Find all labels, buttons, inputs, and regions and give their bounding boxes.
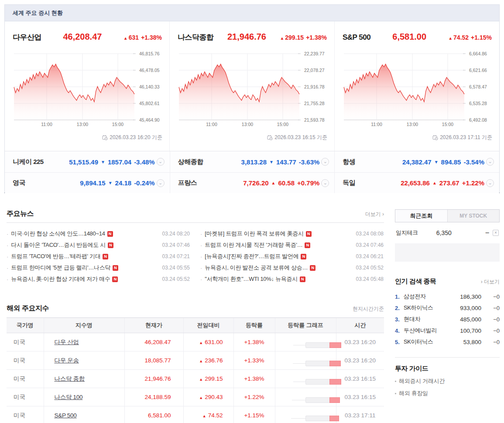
clock-calendar-icon xyxy=(432,135,438,140)
y-axis-tick: 45,464.90 xyxy=(139,117,160,123)
cell-time: 03.23 16:15 xyxy=(336,370,384,388)
news-headline[interactable]: 트럼프 한마디에 '5분 급등 랠리'…나스닥 xyxy=(11,264,110,272)
new-badge-icon: N xyxy=(300,276,305,282)
index-name: 항셍 xyxy=(343,158,355,166)
intraday-chart: 6,664.866,621.666,578.476,535.286,492.08… xyxy=(343,48,497,132)
news-headline[interactable]: [마켓뷰] 트럼프 이란 폭격 보류에 美증시 xyxy=(205,230,303,238)
sidebar-tab-recent[interactable]: 최근조회 xyxy=(395,210,447,222)
chevron-down-icon[interactable]: ⌄ xyxy=(321,158,329,166)
recent-empty-slot xyxy=(395,243,500,262)
news-headline[interactable]: 뉴욕증시, 이란 발전소 공격 보류에 상승… xyxy=(205,264,308,272)
arrow-up-icon: ▲ xyxy=(199,341,203,345)
bullet-icon: · xyxy=(200,276,202,283)
chevron-down-icon[interactable]: ⌄ xyxy=(486,179,494,187)
new-badge-icon: N xyxy=(310,265,315,271)
news-headline[interactable]: "서학개미 환호"…WTI 10%↓ 뉴욕증시 xyxy=(205,275,298,283)
bullet-icon: · xyxy=(7,265,8,271)
stock-name[interactable]: 두산에너빌리 xyxy=(404,327,437,334)
arrow-up-icon: ▲ xyxy=(280,36,284,41)
popular-stock-item: 2. SK하이닉스 933,000 −0 xyxy=(395,302,500,314)
news-headline[interactable]: 트럼프 'TACO'에 반등…'테라팹' 기대 xyxy=(11,252,100,260)
chevron-down-icon[interactable]: ⌄ xyxy=(157,158,165,166)
stock-change: −0 xyxy=(481,316,500,323)
area-chart-svg xyxy=(178,48,301,125)
sidebar-tabs: 최근조회MY STOCK xyxy=(395,209,500,222)
index-link[interactable]: S&P 500 xyxy=(55,412,77,419)
index-pct: -0.24% xyxy=(134,179,155,187)
news-item: · 트럼프 이란 게시물 직전 '거래량 폭증'… N 03.24 07:46 xyxy=(200,239,384,251)
cell-time: 03.23 17:11 xyxy=(336,406,384,423)
stock-price: 53,800 xyxy=(446,339,481,345)
y-axis-tick: 6,664.86 xyxy=(469,51,487,56)
news-column-right: · [마켓뷰] 트럼프 이란 폭격 보류에 美증시 N 03.24 08:08 … xyxy=(200,228,384,285)
bullet-icon: · xyxy=(7,242,8,249)
index-value: 51,515.49 xyxy=(69,158,98,166)
cell-pct: +1.15% xyxy=(233,406,275,423)
cell-price: 46,208.47 xyxy=(124,333,183,351)
guide-link[interactable]: 해외증시 거래시간 xyxy=(395,377,500,385)
index-value: 7,726.20 xyxy=(243,179,268,187)
chart-timestamp: 2026.03.23 16:15 기준 xyxy=(274,134,327,141)
news-headline[interactable]: 미국·이란 협상 소식에 안도…1480~14 xyxy=(11,230,105,238)
y-axis-tick: 45,802.61 xyxy=(139,101,160,106)
chart-index-change: ▲299.15+1.38% xyxy=(280,34,327,41)
index-link[interactable]: 나스닥 종합 xyxy=(55,375,85,382)
x-axis-tick: 15:00 xyxy=(273,122,292,127)
recent-stock-row: 일지테크 6,350 − × xyxy=(395,224,500,242)
popular-more-link[interactable]: › 더보기 xyxy=(481,278,500,286)
square-bullet-icon xyxy=(395,393,396,394)
rank-number: 2. xyxy=(395,305,404,311)
stock-price: 100,700 xyxy=(446,327,481,334)
close-icon[interactable]: × xyxy=(493,230,499,236)
stock-name[interactable]: 현대차 xyxy=(404,315,420,323)
rank-number: 3. xyxy=(395,316,404,323)
cell-change: ▲290.43 xyxy=(183,388,233,406)
arrow-up-icon: ▲ xyxy=(123,36,128,41)
news-headline[interactable]: 뉴욕증시, 美·이란 협상 기대에 저가 매수 xyxy=(11,275,110,283)
cell-change: ▲236.76 xyxy=(183,351,233,370)
cell-change: ▲299.15 xyxy=(183,370,233,388)
table-row: 미국 다우 운송 18,085.77 ▲236.76 +1.33% 03.23 … xyxy=(7,351,384,370)
stock-name[interactable]: SK하이닉스 xyxy=(404,304,433,312)
news-time: 03.24 07:46 xyxy=(356,242,384,248)
news-more-link[interactable]: 더보기 › xyxy=(365,211,384,218)
rank-number: 5. xyxy=(395,339,404,345)
x-axis-tick: 11:00 xyxy=(37,122,56,127)
world-markets-panel: 세계 주요 증시 현황 다우산업 46,208.47 ▲631+1.38% 46… xyxy=(4,4,500,193)
bullet-icon: · xyxy=(200,265,202,271)
sidebar-tab-mystock[interactable]: MY STOCK xyxy=(447,210,500,222)
guide-link[interactable]: 해외 휴장일 xyxy=(395,389,500,397)
chart-index-price: 46,208.47 xyxy=(63,32,102,42)
bullet-icon: · xyxy=(7,253,8,260)
column-header: 등락률 그래프 xyxy=(275,318,336,333)
index-pct: +1.22% xyxy=(462,179,484,187)
stock-name[interactable]: SK이터닉스 xyxy=(404,338,433,346)
index-summary-cell: 독일 22,653.86 ▲ 273.67 +1.22% ⌄ xyxy=(334,172,499,193)
news-item: · 미국·이란 협상 소식에 안도…1480~14 N 03.24 08:20 xyxy=(7,228,190,239)
news-headline[interactable]: 다시 돌아온 'TACO'…증시 반등에도 시 xyxy=(11,241,106,249)
index-link[interactable]: 다우 운송 xyxy=(55,357,79,364)
panel-header: 세계 주요 증시 현황 xyxy=(5,5,499,21)
recent-stock-price: 6,350 xyxy=(436,229,452,236)
chevron-down-icon[interactable]: ⌄ xyxy=(157,179,165,187)
chevron-down-icon[interactable]: ⌄ xyxy=(321,179,329,187)
stock-name[interactable]: 삼성전자 xyxy=(404,293,426,300)
chart-index-name: 다우산업 xyxy=(13,32,41,42)
news-item: · 트럼프 한마디에 '5분 급등 랠리'…나스닥 N 03.24 05:55 xyxy=(7,262,190,273)
index-chart-panel: 나스닥종합 21,946.76 ▲299.15+1.38% 22,239.772… xyxy=(169,21,334,151)
panel-title: 세계 주요 증시 현황 xyxy=(13,9,63,17)
local-time-note: 현지시간기준 xyxy=(353,305,384,313)
index-link[interactable]: 나스닥 100 xyxy=(55,394,83,400)
arrow-icon: ▼ xyxy=(434,160,439,164)
chevron-down-icon[interactable]: ⌄ xyxy=(486,158,494,166)
chart-index-price: 6,581.00 xyxy=(392,32,426,42)
intraday-chart: 46,815.7646,478.0546,140.3345,802.6145,4… xyxy=(13,48,167,132)
news-headline[interactable]: [뉴욕증시]'진짜 종전?'…트럼프 발언에 xyxy=(205,252,298,260)
table-row: 미국 S&P 500 6,581.00 ▲74.52 +1.15% 03.23 … xyxy=(7,406,384,423)
cell-index-name: 다우 운송 xyxy=(44,351,124,370)
recent-stock-name[interactable]: 일지테크 xyxy=(396,229,418,237)
chart-timestamp: 2026.03.23 16:20 기준 xyxy=(110,134,162,141)
news-headline[interactable]: 트럼프 이란 게시물 직전 '거래량 폭증'… xyxy=(205,241,302,249)
index-link[interactable]: 다우 산업 xyxy=(55,339,79,345)
new-badge-icon: N xyxy=(107,231,113,237)
